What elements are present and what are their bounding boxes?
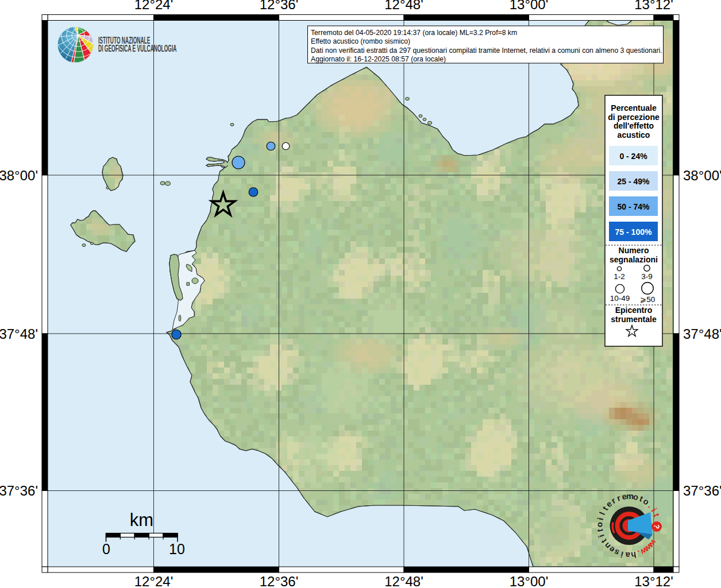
svg-text:50 - 74%: 50 - 74% [617,202,650,211]
svg-text:12°24': 12°24' [134,0,173,12]
svg-text:37°36': 37°36' [683,483,721,498]
svg-text:0: 0 [102,541,110,557]
svg-text:Percentuale: Percentuale [611,103,657,113]
svg-text:10: 10 [169,541,185,557]
svg-text:Effetto acustico (rombo sismic: Effetto acustico (rombo sismico) [311,37,410,45]
svg-text:segnalazioni: segnalazioni [610,255,658,264]
svg-text:13°00': 13°00' [510,0,549,12]
svg-text:38°00': 38°00' [683,168,721,183]
svg-text:acustico: acustico [618,130,650,140]
svg-text:37°36': 37°36' [0,483,38,498]
svg-text:12°36': 12°36' [260,574,299,588]
svg-text:Aggiornato il: 16-12-2025 08:5: Aggiornato il: 16-12-2025 08:57 (ora loc… [311,55,446,63]
svg-text:⩾50: ⩾50 [640,295,655,304]
svg-text:Terremoto del 04-05-2020 19:14: Terremoto del 04-05-2020 19:14:37 (ora l… [311,29,517,37]
svg-text:38°00': 38°00' [0,168,38,183]
svg-text:Dati non verificati estratti d: Dati non verificati estratti da 297 ques… [311,47,662,55]
svg-text:12°48': 12°48' [384,0,423,12]
svg-text:37°48': 37°48' [683,326,721,342]
svg-text:12°36': 12°36' [260,0,299,12]
svg-text:km: km [130,510,153,530]
svg-text:12°48': 12°48' [384,574,423,588]
svg-text:Numero: Numero [619,246,649,255]
svg-text:13°12': 13°12' [634,574,673,588]
svg-text:13°00': 13°00' [510,574,549,588]
svg-text:10-49: 10-49 [610,294,630,303]
svg-text:0 - 24%: 0 - 24% [619,152,647,161]
svg-text:75 - 100%: 75 - 100% [615,227,652,237]
svg-text:12°24': 12°24' [134,574,173,588]
svg-text:1-2: 1-2 [614,272,625,281]
svg-text:13°12': 13°12' [634,0,673,12]
svg-text:di percezione: di percezione [608,113,660,122]
svg-text:o: o [595,522,604,528]
svg-text:37°48': 37°48' [0,326,38,342]
svg-text:strumentale: strumentale [611,315,657,324]
svg-text:dell'effetto: dell'effetto [614,121,654,130]
svg-text:3-9: 3-9 [641,272,653,281]
svg-text:Epicentro: Epicentro [615,305,653,315]
svg-text:DI GEOFISICA E VULCANOLOGIA: DI GEOFISICA E VULCANOLOGIA [98,43,177,54]
svg-text:25 - 49%: 25 - 49% [617,177,650,186]
